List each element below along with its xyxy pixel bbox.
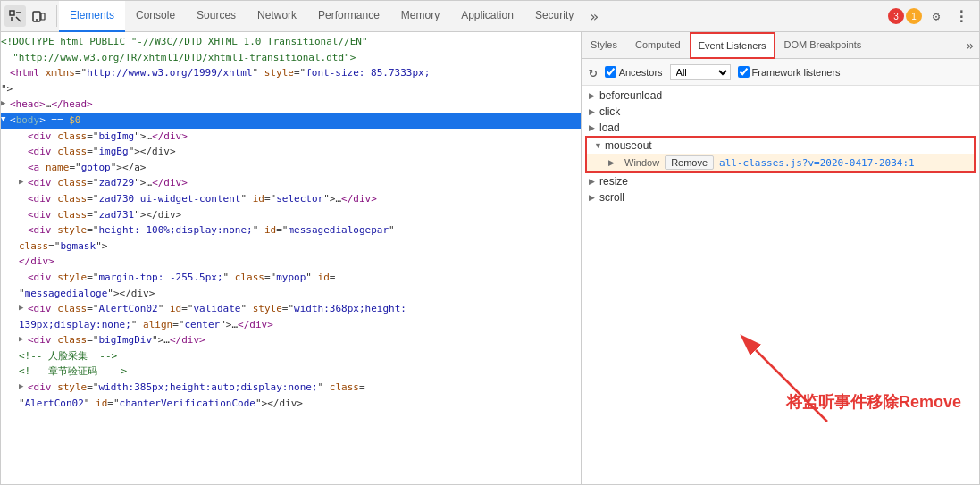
- elements-content: <!DOCTYPE html PUBLIC "-//W3C//DTD XHTML…: [1, 32, 581, 413]
- elements-panel: <!DOCTYPE html PUBLIC "-//W3C//DTD XHTML…: [1, 32, 582, 484]
- tab-application[interactable]: Application: [450, 1, 524, 32]
- right-panel: Styles Computed Event Listeners DOM Brea…: [582, 32, 979, 484]
- framework-checkbox-label[interactable]: Framework listeners: [738, 66, 841, 78]
- body-line[interactable]: <body> == $0: [1, 113, 581, 129]
- main-layout: <!DOCTYPE html PUBLIC "-//W3C//DTD XHTML…: [1, 32, 979, 484]
- load-triangle-icon: ▶: [589, 123, 599, 132]
- event-list: ▶ beforeunload ▶ click ▶ load: [582, 86, 979, 207]
- comment-face: <!-- 人脸采集 -->: [1, 348, 581, 364]
- ancestors-checkbox[interactable]: [605, 66, 616, 78]
- tab-overflow-button[interactable]: »: [584, 1, 604, 32]
- event-group-resize-header[interactable]: ▶ resize: [582, 173, 979, 189]
- event-group-beforeunload: ▶ beforeunload: [582, 88, 979, 104]
- error-badge: 3: [888, 8, 904, 24]
- alertcon02-line1[interactable]: <div class="AlertCon02" id="validate" st…: [1, 301, 581, 317]
- settings-button[interactable]: ⚙: [926, 5, 947, 27]
- mouseout-triangle-icon: ▼: [594, 141, 605, 150]
- devtools-container: Elements Console Sources Network Perform…: [0, 0, 980, 485]
- event-group-click-header[interactable]: ▶ click: [582, 104, 979, 120]
- doctype-line-1: <!DOCTYPE html PUBLIC "-//W3C//DTD XHTML…: [1, 34, 581, 50]
- more-options-button[interactable]: ⋮: [951, 5, 972, 27]
- filter-select[interactable]: All Passive Blocking: [670, 64, 731, 80]
- warning-badge: 1: [906, 8, 922, 24]
- comment-chapter: <!-- 章节验证码 -->: [1, 364, 581, 380]
- mypop-line2: "messagedialoge"></div>: [1, 286, 581, 302]
- event-group-click: ▶ click: [582, 104, 979, 120]
- annotation-area: 将监听事件移除Remove: [582, 207, 979, 484]
- main-tab-bar: Elements Console Sources Network Perform…: [59, 1, 888, 32]
- framework-checkbox[interactable]: [738, 66, 750, 78]
- error-badge-group: 3 1: [888, 8, 922, 24]
- event-group-load-header[interactable]: ▶ load: [582, 120, 979, 136]
- tab-styles[interactable]: Styles: [582, 32, 626, 58]
- html-tag-end: ">: [1, 81, 581, 97]
- tab-dom-breakpoints[interactable]: DOM Breakpoints: [775, 32, 871, 58]
- svg-line-3: [16, 17, 21, 21]
- scroll-triangle-icon: ▶: [589, 193, 599, 202]
- tab-event-listeners[interactable]: Event Listeners: [690, 32, 775, 59]
- svg-rect-0: [10, 11, 14, 15]
- mouseout-child-window: ▶ Window Remove all-classes.js?v=2020-04…: [587, 154, 974, 171]
- html-tag-line: <html xmlns="http://www.w3.org/1999/xhtm…: [1, 65, 581, 81]
- alertcon02b-line1[interactable]: <div style="width:385px;height:auto;disp…: [1, 380, 581, 396]
- device-toggle-button[interactable]: [28, 5, 49, 27]
- zad731-line: <div class="zad731"></div>: [1, 207, 581, 223]
- tab-network[interactable]: Network: [247, 1, 307, 32]
- event-group-mouseout: ▼ mouseout ▶ Window Remove all-classes.j…: [585, 136, 976, 173]
- event-group-resize: ▶ resize: [582, 173, 979, 189]
- annotation-arrow: [738, 332, 845, 439]
- alertcon02b-line2: "AlertCon02" id="chanterVerificationCode…: [1, 396, 581, 412]
- tab-memory[interactable]: Memory: [390, 1, 450, 32]
- elements-scroll[interactable]: <!DOCTYPE html PUBLIC "-//W3C//DTD XHTML…: [1, 32, 581, 484]
- tab-computed[interactable]: Computed: [626, 32, 690, 58]
- window-triangle-icon: ▶: [608, 158, 619, 167]
- zad730-line: <div class="zad730 ui-widget-content" id…: [1, 191, 581, 207]
- right-tab-overflow[interactable]: »: [961, 32, 979, 58]
- zad729-line[interactable]: <div class="zad729">…</div>: [1, 175, 581, 191]
- toolbar-icon-group: [4, 5, 57, 27]
- doctype-line-2: "http://www.w3.org/TR/xhtml1/DTD/xhtml1-…: [1, 50, 581, 66]
- messagedialogepar-line2: class="bgmask">: [1, 238, 581, 255]
- event-group-scroll: ▶ scroll: [582, 189, 979, 205]
- event-group-mouseout-header[interactable]: ▼ mouseout: [587, 138, 974, 154]
- head-line[interactable]: <head>…</head>: [1, 96, 581, 113]
- annotation-text: 将监听事件移除Remove: [786, 391, 961, 413]
- bigimgdiv-line[interactable]: <div class="bigImgDiv">…</div>: [1, 332, 581, 348]
- toolbar-right: 3 1 ⚙ ⋮: [888, 5, 976, 27]
- refresh-button[interactable]: ↻: [589, 63, 598, 80]
- event-group-scroll-header[interactable]: ▶ scroll: [582, 189, 979, 205]
- bigimg-line: <div class="bigImg">…</div>: [1, 129, 581, 145]
- remove-button[interactable]: Remove: [665, 155, 714, 170]
- click-triangle-icon: ▶: [589, 107, 599, 116]
- tab-performance[interactable]: Performance: [307, 1, 390, 32]
- messagedialogepar-line1: <div style="height: 100%;display:none;" …: [1, 222, 581, 238]
- beforeunload-triangle-icon: ▶: [589, 91, 599, 100]
- right-tab-bar: Styles Computed Event Listeners DOM Brea…: [582, 32, 979, 59]
- messagedialogepar-close: </div>: [1, 254, 581, 270]
- tab-elements[interactable]: Elements: [59, 1, 125, 32]
- imgbg-line: <div class="imgBg"></div>: [1, 144, 581, 160]
- event-source-link[interactable]: all-classes.js?v=2020-0417-2034:1: [719, 157, 915, 169]
- gotop-line: <a name="gotop"></a>: [1, 160, 581, 176]
- devtools-toolbar: Elements Console Sources Network Perform…: [1, 1, 979, 32]
- window-source-label: Window: [624, 157, 659, 168]
- tab-sources[interactable]: Sources: [186, 1, 247, 32]
- inspect-button[interactable]: [4, 5, 26, 27]
- tab-console[interactable]: Console: [125, 1, 186, 32]
- resize-triangle-icon: ▶: [589, 177, 599, 186]
- tab-security[interactable]: Security: [524, 1, 584, 32]
- svg-rect-6: [41, 13, 45, 20]
- event-group-load: ▶ load: [582, 120, 979, 136]
- event-listeners-toolbar: ↻ Ancestors All Passive Blocking Framewo…: [582, 59, 979, 86]
- alertcon02-line2: 139px;display:none;" align="center">…</d…: [1, 317, 581, 333]
- event-group-beforeunload-header[interactable]: ▶ beforeunload: [582, 88, 979, 104]
- mypop-line1: <div style="margin-top: -255.5px;" class…: [1, 270, 581, 286]
- ancestors-checkbox-label[interactable]: Ancestors: [605, 66, 663, 78]
